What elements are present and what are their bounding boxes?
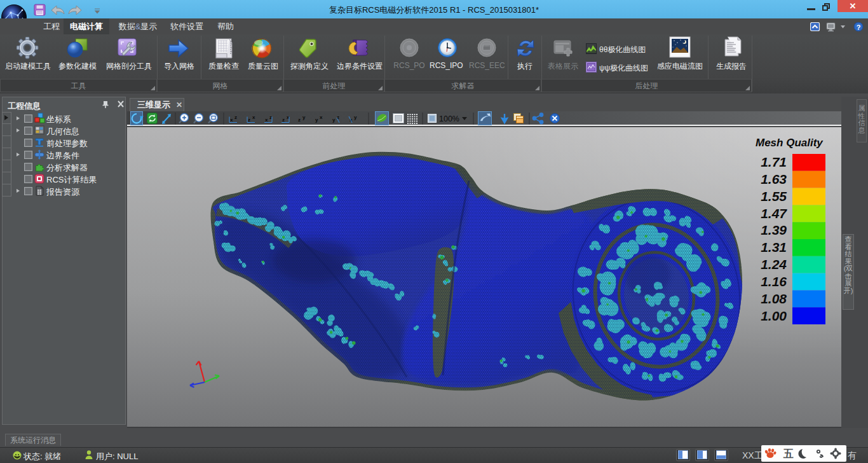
svg-text:z: z — [337, 114, 339, 120]
svg-text:1.47: 1.47 — [761, 206, 787, 221]
svg-text:x: x — [265, 117, 268, 123]
svg-text:x: x — [349, 117, 353, 123]
svg-text:五: 五 — [783, 448, 794, 459]
svg-text:1.39: 1.39 — [761, 223, 787, 237]
svg-text:1.55: 1.55 — [761, 189, 787, 204]
svg-text:z: z — [282, 117, 285, 123]
svg-text:?: ? — [857, 24, 861, 31]
svg-text:1.63: 1.63 — [761, 172, 787, 186]
svg-text:z: z — [234, 114, 237, 120]
svg-text:1.16: 1.16 — [761, 274, 787, 289]
svg-text:1.08: 1.08 — [761, 291, 787, 306]
svg-text:1.24: 1.24 — [761, 257, 787, 272]
svg-text:z: z — [269, 114, 272, 120]
svg-text:x: x — [320, 114, 323, 120]
svg-text:y: y — [315, 117, 318, 123]
svg-text:100%: 100% — [439, 114, 459, 123]
svg-text:x: x — [230, 117, 233, 123]
svg-text:z: z — [298, 117, 301, 123]
svg-text:Mesh Quality: Mesh Quality — [756, 137, 824, 149]
svg-text:x: x — [252, 114, 255, 120]
svg-text:1.71: 1.71 — [761, 155, 787, 169]
svg-text:y: y — [354, 114, 357, 120]
svg-text:1.31: 1.31 — [761, 240, 787, 254]
svg-text:1.00: 1.00 — [761, 308, 787, 323]
svg-text:y: y — [302, 114, 306, 120]
svg-text:y: y — [332, 117, 336, 123]
svg-text:z: z — [248, 117, 250, 123]
